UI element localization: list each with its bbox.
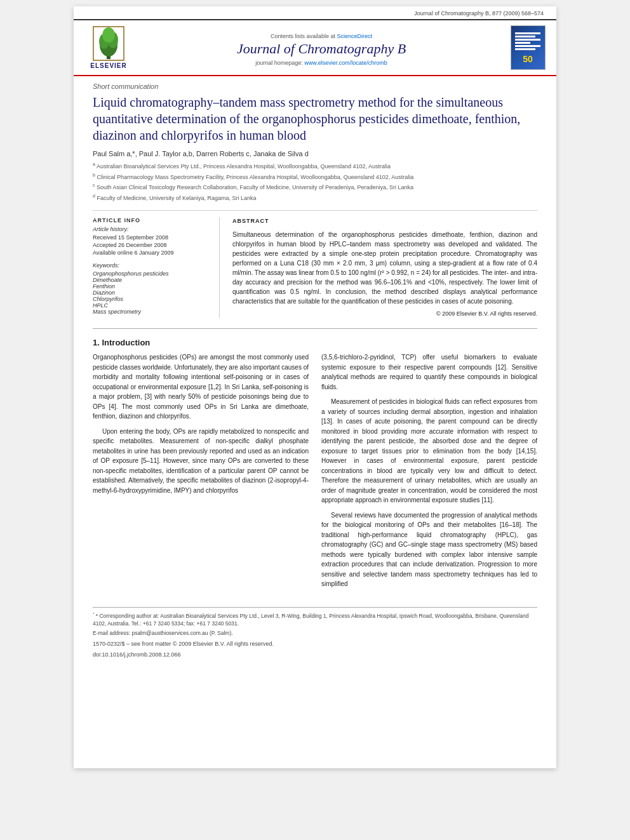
footer-text: 1570-0232/$ – see front matter © 2009 El… bbox=[93, 640, 537, 649]
keyword-4: Diazinon bbox=[93, 290, 210, 296]
intro-col-right: (3,5,6-trichloro-2-pyridinol, TCP) offer… bbox=[321, 352, 537, 594]
affiliation-c: c South Asian Clinical Toxicology Resear… bbox=[93, 182, 537, 192]
intro-para-3: (3,5,6-trichloro-2-pyridinol, TCP) offer… bbox=[321, 352, 537, 392]
contents-label: Contents lists available at ScienceDirec… bbox=[271, 29, 372, 41]
journal-badge: 50 bbox=[509, 25, 547, 70]
introduction-heading: 1. Introduction bbox=[93, 338, 537, 347]
article-info-abstract: ARTICLE INFO Article history: Received 1… bbox=[93, 210, 537, 318]
accepted-date: Accepted 26 December 2008 bbox=[93, 242, 210, 248]
intro-para-5: Several reviews have documented the prog… bbox=[321, 510, 537, 589]
affiliation-b: b Clinical Pharmacology Mass Spectrometr… bbox=[93, 172, 537, 182]
abstract-text: Simultaneous determination of the organo… bbox=[232, 230, 537, 306]
keywords-section: Keywords: Organophosphorus pesticides Di… bbox=[93, 262, 210, 315]
section-divider bbox=[93, 328, 537, 329]
article-info-title: ARTICLE INFO bbox=[93, 217, 210, 223]
intro-col-left: Organophosphorus pesticides (OPs) are am… bbox=[93, 352, 309, 594]
elsevier-text: ELSEVIER bbox=[90, 62, 126, 69]
main-content: Short communication Liquid chromatograph… bbox=[74, 76, 556, 672]
article-info-section: ARTICLE INFO Article history: Received 1… bbox=[93, 217, 220, 318]
available-date: Available online 6 January 2009 bbox=[93, 250, 210, 256]
copyright-text: © 2009 Elsevier B.V. All rights reserved… bbox=[232, 310, 537, 319]
affiliation-d: d Faculty of Medicine, University of Kel… bbox=[93, 193, 537, 203]
top-banner: ELSEVIER Contents lists available at Sci… bbox=[74, 20, 556, 76]
sciencedirect-link[interactable]: ScienceDirect bbox=[337, 33, 373, 39]
intro-para-4: Measurement of pesticides in biological … bbox=[321, 397, 537, 505]
elsevier-logo: ELSEVIER bbox=[83, 25, 134, 70]
intro-para-1: Organophosphorus pesticides (OPs) are am… bbox=[93, 352, 309, 422]
journal-title-center: Contents lists available at ScienceDirec… bbox=[140, 25, 502, 70]
introduction-body: Organophosphorus pesticides (OPs) are am… bbox=[93, 352, 537, 594]
journal-badge-box: 50 bbox=[511, 25, 546, 70]
article-type: Short communication bbox=[93, 83, 537, 90]
authors: Paul Salm a,*, Paul J. Taylor a,b, Darre… bbox=[93, 150, 537, 157]
footnote-2: E-mail address: psalm@austhioservices.co… bbox=[93, 629, 537, 637]
page: Journal of Chromatography B, 877 (2009) … bbox=[74, 6, 556, 768]
badge-number: 50 bbox=[523, 54, 533, 64]
badge-lines-icon bbox=[515, 31, 540, 51]
intro-para-2: Upon entering the body, OPs are rapidly … bbox=[93, 427, 309, 496]
keyword-2: Dimethoate bbox=[93, 277, 210, 283]
footnote-area: * * Corresponding author at: Australian … bbox=[93, 607, 537, 660]
received-date: Received 15 September 2008 bbox=[93, 234, 210, 241]
article-title: Liquid chromatography–tandem mass spectr… bbox=[93, 94, 537, 143]
elsevier-tree-icon bbox=[93, 26, 124, 61]
keyword-6: HPLC bbox=[93, 302, 210, 309]
footnote-1: * * Corresponding author at: Australian … bbox=[93, 611, 537, 628]
doi-line: doi:10.1016/j.jchromb.2008.12.066 bbox=[93, 651, 537, 660]
journal-citation: Journal of Chromatography B, 877 (2009) … bbox=[414, 10, 544, 17]
keyword-3: Fenthion bbox=[93, 283, 210, 290]
journal-header: Journal of Chromatography B, 877 (2009) … bbox=[74, 6, 556, 20]
keyword-1: Organophosphorus pesticides bbox=[93, 270, 210, 277]
journal-main-title: Journal of Chromatography B bbox=[237, 41, 406, 57]
homepage-line: journal homepage: www.elsevier.com/locat… bbox=[255, 60, 387, 66]
svg-point-4 bbox=[102, 27, 115, 43]
abstract-title: ABSTRACT bbox=[232, 217, 537, 226]
keyword-7: Mass spectrometry bbox=[93, 309, 210, 315]
article-history-label: Article history: bbox=[93, 226, 210, 232]
keywords-label: Keywords: bbox=[93, 262, 210, 269]
homepage-link[interactable]: www.elsevier.com/locate/chromb bbox=[304, 60, 387, 66]
keyword-5: Chlorpyrifos bbox=[93, 296, 210, 302]
abstract-section: ABSTRACT Simultaneous determination of t… bbox=[232, 217, 537, 318]
affiliation-a: a Australian Bioanalytical Services Pty … bbox=[93, 161, 537, 171]
affiliations: a Australian Bioanalytical Services Pty … bbox=[93, 161, 537, 203]
